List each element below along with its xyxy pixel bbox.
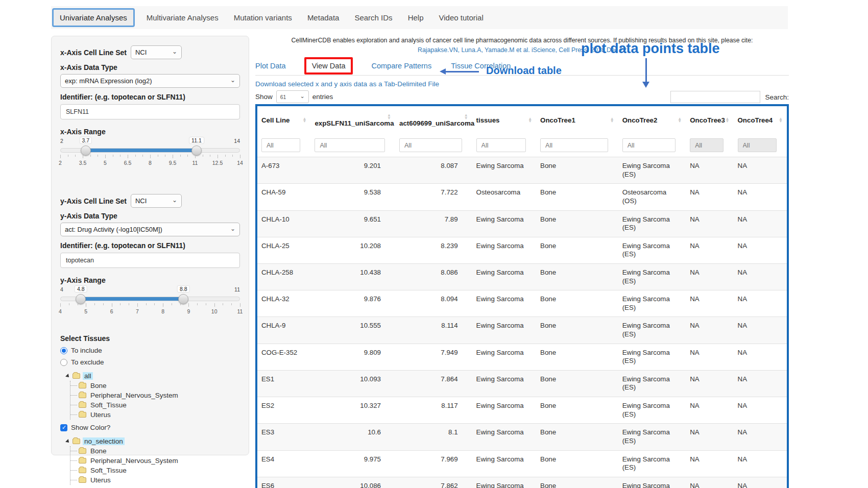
tab-video-tutorial[interactable]: Video tutorial (431, 8, 491, 27)
table-row: ES210.3278.117Ewing SarcomaBoneEwing Sar… (257, 397, 787, 424)
y-identifier-label: Identifier: (e.g. topotecan or SLFN11) (60, 241, 240, 250)
column-filter-input-oncotree2[interactable] (622, 138, 676, 152)
table-cell: CHLA-25 (257, 237, 310, 263)
column-filter-input-expslfn11-unisarcoma[interactable] (315, 138, 385, 152)
download-link[interactable]: Download selected x and y axis data as a… (255, 80, 439, 88)
x-data-type-select[interactable]: exp: mRNA Expression (log2) (60, 74, 240, 88)
tree-expand-icon[interactable] (65, 374, 70, 379)
tab-search-ids[interactable]: Search IDs (347, 8, 400, 27)
slider-tick-label: 6.5 (124, 160, 132, 166)
table-cell: Ewing Sarcoma (ES) (618, 210, 686, 237)
x-identifier-input[interactable] (60, 104, 240, 119)
table-cell: Bone (536, 370, 618, 397)
tree-node-label-bone[interactable]: Bone (89, 382, 108, 389)
table-cell: 8.117 (395, 397, 472, 424)
column-header-oncotree2[interactable]: OncoTree2 (618, 106, 686, 132)
sort-icon[interactable] (779, 117, 783, 123)
tree-node-label-soft-tissue[interactable]: Soft_Tissue (89, 467, 128, 474)
column-header-act609699-unisarcoma[interactable]: act609699_uniSarcoma (395, 106, 472, 132)
table-cell: NA (734, 424, 787, 450)
column-header-label: act609699_uniSarcoma (399, 119, 474, 127)
show-color-label: Show Color? (71, 424, 110, 431)
tree-child-node: Bone (70, 381, 240, 391)
tree-node-label-bone[interactable]: Bone (89, 447, 108, 455)
slider-handle-low[interactable] (76, 294, 86, 304)
column-filter-input-act609699-unisarcoma[interactable] (399, 138, 462, 152)
column-filter-input-oncotree1[interactable] (540, 138, 608, 152)
y-identifier-input[interactable] (60, 253, 240, 268)
sort-icon[interactable] (678, 117, 682, 123)
tab-univariate-analyses[interactable]: Univariate Analyses (52, 8, 135, 27)
slider-handle-high[interactable] (178, 294, 188, 304)
entries-select[interactable]: 61 (276, 90, 309, 103)
chevron-down-icon (300, 93, 305, 100)
column-header-expslfn11-unisarcoma[interactable]: expSLFN11_uniSarcoma (310, 106, 395, 132)
sort-icon[interactable] (387, 114, 391, 119)
tree-root-node: no_selection (66, 436, 240, 446)
subtab-compare-patterns[interactable]: Compare Patterns (371, 62, 431, 70)
sort-icon[interactable] (464, 114, 468, 119)
x-range-slider[interactable]: 2143.711.123.556.589.51112.514 (60, 138, 240, 170)
tree-connector (70, 470, 77, 471)
tree-node-label-no-selection[interactable]: no_selection (83, 437, 125, 445)
plot-data-table-annotation-border: Cell LineexpSLFN11_uniSarcomaact609699_u… (255, 104, 789, 488)
table-cell: NA (734, 397, 787, 424)
column-filter-input-tissues[interactable] (476, 138, 526, 152)
x-cell-line-set-select[interactable]: NCI (131, 45, 182, 59)
tree-node-label-peripheral-nervous-system[interactable]: Peripheral_Nervous_System (89, 392, 180, 399)
search-input[interactable] (670, 91, 760, 103)
table-row: ES310.68.1Ewing SarcomaBoneEwing Sarcoma… (257, 424, 787, 450)
table-controls: Show 61 entries Search: (255, 90, 789, 103)
tree-child-node: Uterus (70, 410, 240, 420)
tab-metadata[interactable]: Metadata (300, 8, 347, 27)
y-cell-line-set-select[interactable]: NCI (131, 194, 182, 208)
slider-handle-high[interactable] (191, 145, 202, 156)
column-header-label: Cell Line (261, 116, 290, 124)
column-header-oncotree4[interactable]: OncoTree4 (734, 106, 787, 132)
include-radio[interactable] (60, 347, 67, 354)
y-data-type-value: act: Drug Activity (-log10[IC50M]) (65, 226, 162, 233)
tree-node-label-uterus[interactable]: Uterus (89, 476, 112, 484)
show-color-checkbox[interactable] (60, 424, 67, 431)
table-cell: Bone (536, 184, 618, 210)
y-cell-line-set-label: y-Axis Cell Line Set (60, 197, 127, 205)
y-data-type-select[interactable]: act: Drug Activity (-log10[IC50M]) (60, 223, 240, 236)
tree-expand-icon[interactable] (65, 439, 70, 444)
tree-node-label-all[interactable]: all (83, 372, 93, 380)
tree-node-label-uterus[interactable]: Uterus (89, 411, 112, 419)
sort-icon[interactable] (726, 117, 730, 123)
folder-icon (79, 468, 86, 473)
column-header-tissues[interactable]: tissues (472, 106, 536, 132)
table-cell: Ewing Sarcoma (472, 477, 536, 488)
column-header-cell-line[interactable]: Cell Line (257, 106, 310, 132)
table-cell: Ewing Sarcoma (472, 237, 536, 263)
slider-handle-low[interactable] (81, 145, 91, 156)
y-range-slider[interactable]: 4114.88.84567891011 (60, 286, 240, 319)
slider-high-value-label: 8.8 (177, 285, 190, 292)
subtab-view-data[interactable]: View Data (304, 57, 353, 75)
tab-multivariate-analyses[interactable]: Multivariate Analyses (139, 8, 226, 27)
table-cell: 10.555 (310, 317, 395, 344)
column-filter-input-cell-line[interactable] (261, 138, 300, 152)
tab-mutation-variants[interactable]: Mutation variants (226, 8, 300, 27)
tree-node-label-peripheral-nervous-system[interactable]: Peripheral_Nervous_System (89, 457, 180, 465)
table-cell: 7.969 (395, 450, 472, 477)
table-cell: Ewing Sarcoma (ES) (618, 477, 686, 488)
tree-child-node: Peripheral_Nervous_System (70, 456, 240, 466)
sort-icon[interactable] (528, 117, 532, 123)
column-header-oncotree3[interactable]: OncoTree3 (686, 106, 733, 132)
exclude-radio[interactable] (60, 359, 67, 366)
search-control: Search: (670, 91, 789, 103)
tree-node-label-soft-tissue[interactable]: Soft_Tissue (89, 401, 128, 409)
plot-data-points-table-annotation: plot data points table (581, 41, 720, 57)
column-header-oncotree1[interactable]: OncoTree1 (536, 106, 618, 132)
tree-child-node: Uterus (70, 475, 240, 485)
table-cell: Ewing Sarcoma (472, 290, 536, 317)
tab-help[interactable]: Help (400, 8, 431, 27)
sort-icon[interactable] (610, 117, 614, 123)
sort-icon[interactable] (302, 117, 306, 123)
table-cell: Ewing Sarcoma (472, 344, 536, 370)
slider-track[interactable] (60, 297, 240, 301)
subtab-plot-data[interactable]: Plot Data (255, 62, 286, 70)
entries-value: 61 (280, 94, 286, 100)
